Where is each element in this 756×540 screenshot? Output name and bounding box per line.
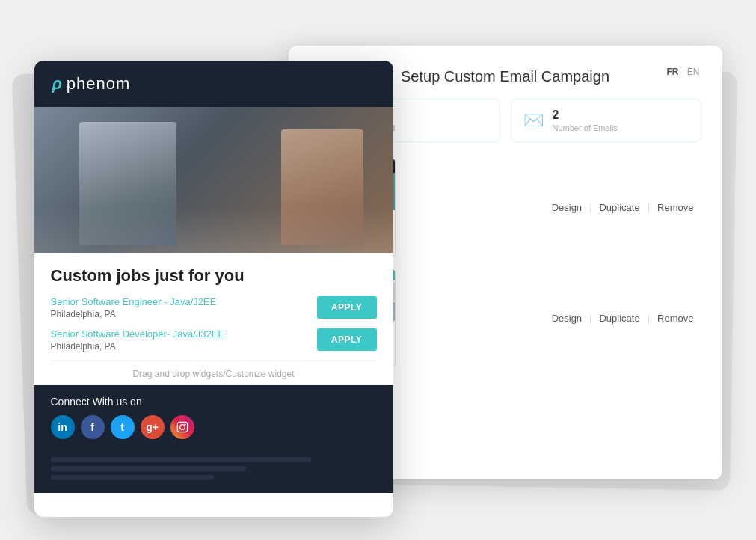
social-icons-row: in f t g+ [51, 415, 377, 439]
template-2-actions: Design | Duplicate | Remove [544, 313, 701, 324]
language-switcher[interactable]: FR EN [665, 67, 701, 77]
email-body: Custom jobs just for you Senior Software… [34, 253, 393, 385]
template-1-actions: Design | Duplicate | Remove [544, 202, 701, 213]
email-footer: Connect With us on in f t g+ [34, 385, 393, 450]
footer-line-1 [51, 457, 312, 462]
scene: Setup Custom Email Campaign FR EN ⏳ 3 Da… [34, 23, 722, 517]
email-icon: ✉️ [523, 111, 544, 130]
footer-connect-text: Connect With us on [51, 396, 377, 408]
job-info-2: Senior Software Developer- Java/J32EE Ph… [51, 328, 225, 352]
lang-en[interactable]: EN [687, 67, 700, 77]
apply-button-1[interactable]: APPLY [317, 296, 377, 319]
email-preview-card: ρ phenom Custom jobs just for you Senior… [34, 61, 393, 517]
job-row-2: Senior Software Developer- Java/J32EE Ph… [51, 328, 377, 352]
phenom-logo: ρ phenom [52, 74, 131, 93]
footer-line-2 [51, 466, 247, 471]
email-hero-image [34, 107, 393, 253]
email-body-title: Custom jobs just for you [51, 266, 377, 286]
instagram-icon[interactable] [170, 415, 194, 439]
job-location-2: Philadelphia, PA [51, 341, 225, 352]
footer-line-3 [51, 475, 214, 480]
hero-overlay [34, 208, 393, 253]
duplicate-link-1[interactable]: Duplicate [591, 202, 647, 213]
design-link-2[interactable]: Design [544, 313, 589, 324]
stat-number-of-emails: ✉️ 2 Number of Emails [511, 99, 701, 142]
stat-label-emails: Number of Emails [553, 123, 618, 132]
drag-drop-hint: Drag and drop widgets/Customze widget [51, 360, 377, 385]
facebook-icon[interactable]: f [81, 415, 105, 439]
footer-lines [34, 450, 393, 493]
job-title-1: Senior Software Engineer - Java/J2EE [51, 296, 217, 307]
email-header: ρ phenom [34, 61, 393, 107]
remove-link-2[interactable]: Remove [650, 313, 701, 324]
job-location-1: Philadelphia, PA [51, 309, 217, 319]
apply-button-2[interactable]: APPLY [317, 328, 377, 351]
twitter-icon[interactable]: t [111, 415, 135, 439]
svg-point-1 [179, 425, 185, 430]
job-row-1: Senior Software Engineer - Java/J2EE Phi… [51, 296, 377, 319]
svg-rect-0 [177, 422, 187, 432]
job-title-2: Senior Software Developer- Java/J32EE [51, 328, 225, 340]
stat-value-emails: 2 [553, 108, 618, 122]
lang-fr[interactable]: FR [666, 67, 678, 77]
duplicate-link-2[interactable]: Duplicate [591, 313, 647, 324]
phenom-brand-text: phenom [67, 74, 131, 93]
svg-point-2 [184, 423, 185, 425]
linkedin-icon[interactable]: in [51, 415, 75, 439]
remove-link-1[interactable]: Remove [650, 202, 701, 213]
design-link-1[interactable]: Design [544, 202, 589, 213]
phenom-p-icon: ρ [52, 76, 62, 92]
google-plus-icon[interactable]: g+ [141, 415, 165, 439]
job-info-1: Senior Software Engineer - Java/J2EE Phi… [51, 296, 217, 319]
